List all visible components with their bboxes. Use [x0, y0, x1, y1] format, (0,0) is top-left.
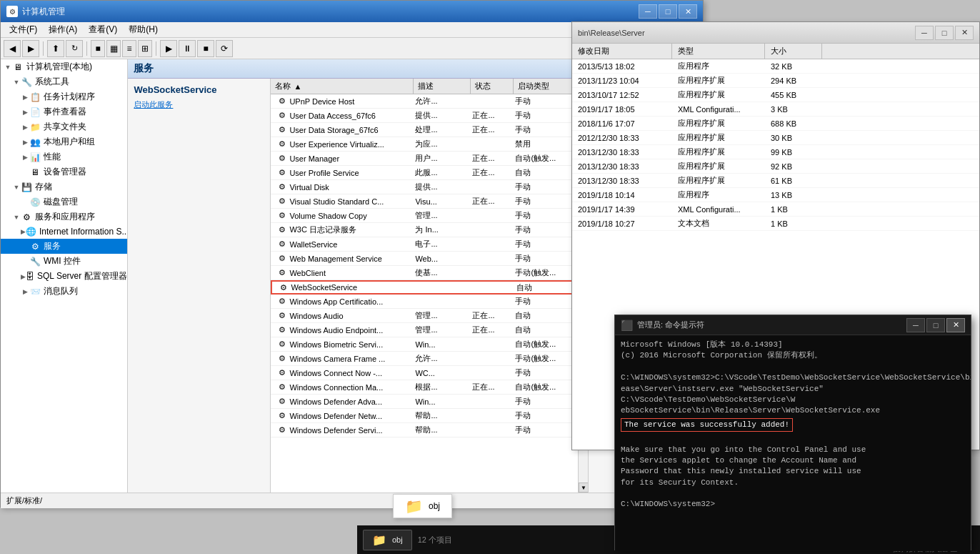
- service-icon: ⚙: [276, 239, 288, 250]
- service-desc-cell: 帮助...: [411, 425, 468, 435]
- sidebar-sql[interactable]: ▶ 🗄 SQL Server 配置管理器: [1, 269, 127, 284]
- toolbar-btn1[interactable]: ■: [91, 40, 105, 57]
- fe-maximize[interactable]: □: [935, 26, 954, 40]
- sidebar-disk-mgmt[interactable]: 💿 磁盘管理: [1, 194, 127, 209]
- sidebar-system-tools[interactable]: ▼ 🔧 系统工具: [1, 74, 127, 89]
- service-row[interactable]: ⚙WebClient使基...手动(触发...: [271, 266, 578, 280]
- cmd-after-line: the Services applet to change the Accoun…: [621, 455, 965, 466]
- fe-size: 61 KB: [765, 177, 822, 185]
- service-row[interactable]: ⚙Windows Defender Servi...帮助...手动: [271, 423, 578, 437]
- service-row[interactable]: ⚙Windows Defender Adva...Win...手动: [271, 395, 578, 409]
- sidebar-services[interactable]: ⚙ 服务: [1, 239, 127, 254]
- service-row[interactable]: ⚙Windows Audio Endpoint...管理...正在...自动: [271, 323, 578, 337]
- service-name-cell: ⚙Windows Audio Endpoint...: [271, 325, 411, 336]
- toolbar-btn2[interactable]: ▦: [106, 40, 121, 57]
- sidebar-wmi[interactable]: 🔧 WMI 控件: [1, 254, 127, 269]
- service-row[interactable]: ⚙W3C 日志记录服务为 In...手动: [271, 223, 578, 237]
- col-header-startup[interactable]: 启动类型: [514, 79, 578, 94]
- service-row[interactable]: ⚙User Experience Virtualiz...为应...禁用: [271, 137, 578, 152]
- service-row[interactable]: ⚙Windows App Certificatio...手动: [271, 295, 578, 309]
- service-icon: ⚙: [278, 282, 289, 293]
- fe-file-row[interactable]: 2019/1/18 10:14应用程序13 KB: [572, 188, 979, 202]
- fe-file-row[interactable]: 2013/12/30 18:33应用程序扩展99 KB: [572, 145, 979, 159]
- menu-view[interactable]: 查看(V): [83, 22, 123, 37]
- minimize-button[interactable]: ─: [639, 4, 657, 19]
- service-row[interactable]: ⚙WalletService电子...手动: [271, 237, 578, 252]
- fe-file-row[interactable]: 2012/12/30 18:33应用程序扩展30 KB: [572, 131, 979, 145]
- service-row[interactable]: ⚙Windows Connection Ma...根据...正在...自动(触发…: [271, 380, 578, 395]
- sidebar-iis[interactable]: ▶ 🌐 Internet Information S...: [1, 224, 127, 239]
- fe-file-row[interactable]: 2019/1/18 10:27文本文档1 KB: [572, 217, 979, 231]
- service-row[interactable]: ⚙Windows Audio管理...正在...自动: [271, 309, 578, 323]
- service-desc-cell: 管理...: [411, 210, 468, 221]
- service-row[interactable]: ⚙Visual Studio Standard C...Visu...正在...…: [271, 194, 578, 209]
- toolbar-forward[interactable]: ▶: [22, 40, 39, 57]
- cmd-minimize[interactable]: ─: [906, 318, 925, 332]
- service-row[interactable]: ⚙Windows Camera Frame ...允许...手动(触发...: [271, 352, 578, 366]
- sidebar-root[interactable]: ▼ 🖥 计算机管理(本地): [1, 59, 127, 74]
- start-service-link[interactable]: 启动此服务: [134, 100, 173, 109]
- fe-col-date[interactable]: 修改日期: [572, 44, 672, 59]
- fe-close[interactable]: ✕: [955, 26, 974, 40]
- service-row[interactable]: ⚙Virtual Disk提供...手动: [271, 180, 578, 194]
- toolbar-btn4[interactable]: ⊞: [138, 40, 152, 57]
- col-header-desc[interactable]: 描述: [414, 79, 471, 94]
- menu-file[interactable]: 文件(F): [4, 22, 43, 37]
- menu-action[interactable]: 操作(A): [43, 22, 83, 37]
- sidebar-shared-folders[interactable]: ▶ 📁 共享文件夹: [1, 119, 127, 134]
- service-row[interactable]: ⚙Windows Biometric Servi...Win...自动(触发..…: [271, 337, 578, 352]
- service-row[interactable]: ⚙User Data Access_67fc6提供...正在...手动: [271, 109, 578, 123]
- service-row[interactable]: ⚙Volume Shadow Copy管理...手动: [271, 209, 578, 223]
- sidebar-storage[interactable]: ▼ 💾 存储: [1, 179, 127, 194]
- toolbar-stop[interactable]: ■: [197, 40, 214, 57]
- folder-popup[interactable]: 📁 obj: [393, 494, 452, 518]
- toolbar-play[interactable]: ▶: [160, 40, 177, 57]
- toolbar-up[interactable]: ⬆: [47, 40, 64, 57]
- service-row[interactable]: ⚙WebSocketService自动: [271, 280, 578, 295]
- fe-col-size[interactable]: 大小: [765, 44, 822, 59]
- cmd-maximize[interactable]: □: [926, 318, 945, 332]
- maximize-button[interactable]: □: [659, 4, 677, 19]
- sidebar-device-manager[interactable]: 🖥 设备管理器: [1, 164, 127, 179]
- sidebar-task-scheduler[interactable]: ▶ 📋 任务计划程序: [1, 89, 127, 104]
- close-button[interactable]: ✕: [679, 4, 697, 19]
- col-header-status[interactable]: 状态: [471, 79, 514, 94]
- scroll-down[interactable]: ▼: [579, 483, 589, 493]
- service-startup-cell: 手动: [511, 210, 575, 221]
- sidebar-local-users[interactable]: ▶ 👥 本地用户和组: [1, 134, 127, 149]
- sidebar-event-viewer[interactable]: ▶ 📄 事件查看器: [1, 104, 127, 119]
- service-row[interactable]: ⚙User Data Storage_67fc6处理...正在...手动: [271, 123, 578, 137]
- toolbar-back[interactable]: ◀: [4, 40, 21, 57]
- service-status-cell: 正在...: [468, 110, 511, 121]
- service-row[interactable]: ⚙Windows Defender Netw...帮助...手动: [271, 409, 578, 423]
- fe-file-row[interactable]: 2019/1/17 18:05XML Configurati...3 KB: [572, 102, 979, 117]
- cmd-title-bar: ⬛ 管理员: 命令提示符 ─ □ ✕: [615, 315, 971, 335]
- toolbar-refresh[interactable]: ↻: [66, 40, 83, 57]
- toolbar-btn3[interactable]: ≡: [122, 40, 136, 57]
- fe-file-row[interactable]: 2018/11/6 17:07应用程序扩展688 KB: [572, 117, 979, 131]
- fe-col-type[interactable]: 类型: [672, 44, 765, 59]
- toolbar-pause[interactable]: ⏸: [179, 40, 196, 57]
- fe-file-row[interactable]: 2013/10/17 12:52应用程序扩展455 KB: [572, 88, 979, 102]
- fe-file-row[interactable]: 2019/1/17 14:39XML Configurati...1 KB: [572, 202, 979, 217]
- sidebar-performance[interactable]: ▶ 📊 性能: [1, 149, 127, 164]
- service-row[interactable]: ⚙User Manager用户...正在...自动(触发...: [271, 152, 578, 166]
- toolbar-restart[interactable]: ⟳: [216, 40, 233, 57]
- fe-file-row[interactable]: 2013/12/30 18:33应用程序扩展92 KB: [572, 159, 979, 174]
- fe-path: bin\Release\Server: [578, 29, 645, 37]
- sidebar-message-queue[interactable]: ▶ 📨 消息队列: [1, 284, 127, 299]
- fe-minimize[interactable]: ─: [915, 26, 934, 40]
- taskbar-folder-btn[interactable]: 📁 obj: [363, 530, 412, 550]
- service-row[interactable]: ⚙Web Management ServiceWeb...手动: [271, 252, 578, 266]
- sidebar-services-apps[interactable]: ▼ ⚙ 服务和应用程序: [1, 209, 127, 224]
- col-header-name[interactable]: 名称 ▲: [271, 79, 414, 94]
- service-row[interactable]: ⚙User Profile Service此服...正在...自动: [271, 166, 578, 180]
- service-row[interactable]: ⚙UPnP Device Host允许...手动: [271, 94, 578, 109]
- fe-file-row[interactable]: 2013/11/23 10:04应用程序扩展294 KB: [572, 74, 979, 88]
- cmd-close[interactable]: ✕: [946, 318, 965, 332]
- menu-help[interactable]: 帮助(H): [123, 22, 164, 37]
- service-row[interactable]: ⚙Windows Connect Now -...WC...手动: [271, 366, 578, 380]
- fe-file-row[interactable]: 2013/5/13 18:02应用程序32 KB: [572, 59, 979, 74]
- fe-file-row[interactable]: 2013/12/30 18:33应用程序扩展61 KB: [572, 174, 979, 188]
- cmd-after-line: [621, 488, 965, 499]
